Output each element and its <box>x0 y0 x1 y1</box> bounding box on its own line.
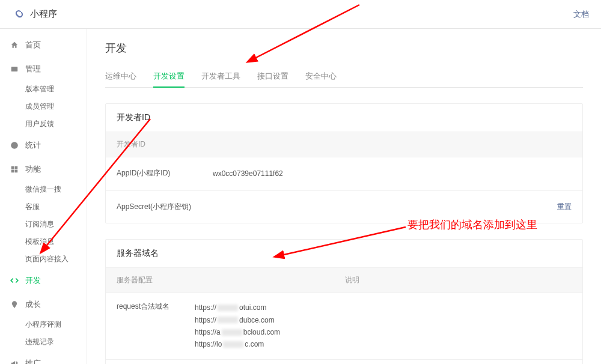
sidebar-item-home[interactable]: 首页 <box>0 34 87 56</box>
tab-dev-settings[interactable]: 开发设置 <box>153 66 185 88</box>
app-header: 小程序 文档 <box>0 0 601 29</box>
sidebar-label: 首页 <box>25 40 41 50</box>
tab-security[interactable]: 安全中心 <box>305 66 337 88</box>
appid-row: AppID(小程序ID) wx0cc0739e07111f62 <box>106 157 582 190</box>
sidebar-label: 统计 <box>25 140 41 151</box>
developer-id-section: 开发者ID 开发者ID AppID(小程序ID) wx0cc0739e07111… <box>105 103 583 223</box>
sidebar-sub-subscribe[interactable]: 订阅消息 <box>0 216 87 233</box>
home-icon <box>10 40 19 50</box>
sidebar-sub-eval[interactable]: 小程序评测 <box>0 316 87 333</box>
sidebar-item-promo[interactable]: 推广 <box>0 352 87 364</box>
sidebar-item-stats[interactable]: 统计 <box>0 134 87 157</box>
sidebar-sub-template[interactable]: 模板消息 <box>0 233 87 250</box>
blurred-text <box>218 305 238 311</box>
grid-icon <box>10 165 19 174</box>
tab-ops[interactable]: 运维中心 <box>105 66 136 88</box>
tab-dev-tools[interactable]: 开发者工具 <box>201 66 240 88</box>
sidebar-label: 成长 <box>25 299 41 310</box>
sidebar-sub-feedback[interactable]: 用户反馈 <box>0 115 87 133</box>
docs-link[interactable]: 文档 <box>573 9 589 20</box>
server-domain-section: 服务器域名 服务器配置 说明 request合法域名 https://otui.… <box>105 239 583 364</box>
sidebar-label: 功能 <box>25 164 41 175</box>
megaphone-icon <box>10 359 19 364</box>
svg-rect-2 <box>15 166 18 169</box>
page-title: 开发 <box>105 41 583 55</box>
section-title: 服务器域名 <box>106 240 582 268</box>
sidebar-sub-members[interactable]: 成员管理 <box>0 98 87 115</box>
svg-rect-3 <box>11 170 14 173</box>
main-content: 开发 运维中心 开发设置 开发者工具 接口设置 安全中心 开发者ID 开发者ID… <box>87 29 601 364</box>
code-icon <box>10 276 19 285</box>
growth-icon <box>10 300 19 309</box>
sidebar-sub-version[interactable]: 版本管理 <box>0 80 87 98</box>
server-table-head: 服务器配置 说明 <box>106 268 582 293</box>
blurred-text <box>222 329 242 336</box>
tab-api-settings[interactable]: 接口设置 <box>257 66 288 88</box>
sidebar-item-develop[interactable]: 开发 <box>0 269 87 292</box>
app-title: 小程序 <box>30 8 57 20</box>
sidebar-label: 开发 <box>25 275 41 286</box>
sidebar-item-features[interactable]: 功能 <box>0 158 87 181</box>
appid-value: wx0cc0739e07111f62 <box>213 168 572 180</box>
stats-icon <box>10 141 19 150</box>
sidebar-sub-violation[interactable]: 违规记录 <box>0 333 87 351</box>
tabs: 运维中心 开发设置 开发者工具 接口设置 安全中心 <box>105 66 583 88</box>
svg-rect-4 <box>15 170 18 173</box>
col-config-label: 服务器配置 <box>117 275 345 285</box>
header-left: 小程序 <box>12 8 57 21</box>
appsecret-row: AppSecret(小程序密钥) 重置 <box>106 190 582 223</box>
reset-secret-link[interactable]: 重置 <box>557 202 572 212</box>
section-subhead: 开发者ID <box>106 132 582 157</box>
blurred-text <box>223 341 243 348</box>
svg-rect-1 <box>11 166 14 169</box>
sidebar-item-growth[interactable]: 成长 <box>0 293 87 316</box>
request-label: request合法域名 <box>117 302 195 351</box>
socket-domain-row: socket合法域名 一个月内可申请5次修改 本月还可修改3次 <box>106 359 582 364</box>
sidebar-label: 推广 <box>25 358 41 364</box>
col-desc-label: 说明 <box>345 275 572 285</box>
sidebar-label: 管理 <box>25 64 41 74</box>
sidebar-sub-search[interactable]: 微信搜一搜 <box>0 181 87 198</box>
appid-label: AppID(小程序ID) <box>117 168 213 178</box>
request-domain-row: request合法域名 https://otui.com https://dub… <box>106 293 582 359</box>
sidebar-sub-service[interactable]: 客服 <box>0 198 87 216</box>
main-container: 首页 管理 版本管理 成员管理 用户反馈 统计 功能 微信搜一搜 客服 <box>0 29 601 364</box>
blurred-text <box>218 317 238 323</box>
sidebar: 首页 管理 版本管理 成员管理 用户反馈 统计 功能 微信搜一搜 客服 <box>0 29 87 364</box>
manage-icon <box>10 64 19 74</box>
request-values: https://otui.com https://dubce.com https… <box>195 302 345 351</box>
appsecret-label: AppSecret(小程序密钥) <box>117 202 213 212</box>
sidebar-sub-pagecontent[interactable]: 页面内容接入 <box>0 250 87 268</box>
miniprogram-logo-icon <box>12 8 25 21</box>
svg-rect-0 <box>11 67 18 71</box>
sidebar-item-manage[interactable]: 管理 <box>0 58 87 80</box>
section-title: 开发者ID <box>106 104 582 132</box>
